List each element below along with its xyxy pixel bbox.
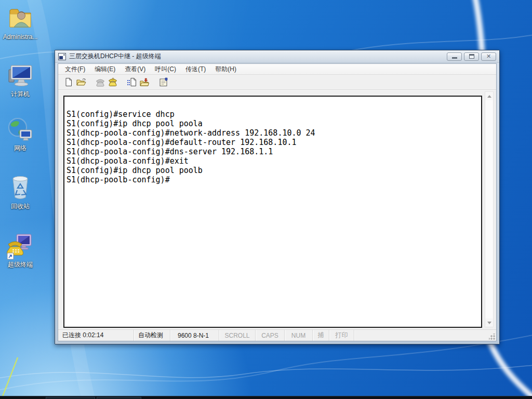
menu-transfer[interactable]: 传送(T) (181, 64, 210, 75)
desktop-icon-label: 网络 (1, 144, 40, 152)
terminal-screen[interactable]: S1(config)#service dhcp S1(config)#ip dh… (63, 96, 482, 328)
menu-view[interactable]: 查看(V) (120, 64, 150, 75)
network-globe-icon (7, 116, 34, 143)
desktop-icon-administrator[interactable]: Administra... (1, 4, 40, 41)
taskbar-button[interactable] (97, 397, 141, 399)
status-num: NUM (285, 330, 313, 341)
close-icon: ✕ (486, 54, 491, 59)
arrow-down-icon (487, 322, 491, 324)
new-connection-button[interactable] (62, 76, 75, 88)
window-title: 三层交换机DHCP中继 - 超级终端 (69, 52, 447, 61)
status-bar: 已连接 0:02:14 自动检测 9600 8-N-1 SCROLL CAPS … (58, 329, 496, 341)
desktop-icon-label: 回收站 (1, 203, 40, 210)
call-phone-icon (108, 77, 118, 87)
terminal-line: S1(config)#ip dhcp pool poola (66, 119, 479, 128)
menu-call[interactable]: 呼叫(C) (150, 64, 181, 75)
desktop-icon-label: 超级终端 (1, 261, 40, 268)
status-baud: 9600 8-N-1 (170, 330, 219, 341)
toolbar (58, 75, 496, 89)
disconnect-button[interactable] (94, 76, 107, 88)
scroll-down-button[interactable] (485, 318, 493, 327)
send-file-icon (127, 77, 137, 87)
status-emulation: 自动检测 (134, 330, 170, 341)
terminal-line: S1(dhcp-poola-config)#network-address 19… (66, 128, 479, 138)
hyperterminal-window: 三层交换机DHCP中继 - 超级终端 ✕ 文件(F) 编辑(E) 查看(V) 呼… (55, 50, 500, 344)
status-caps: CAPS (256, 330, 285, 341)
new-document-icon (64, 77, 73, 87)
administrator-folder-icon (7, 4, 34, 32)
status-print: 打印 (329, 330, 354, 341)
menu-edit[interactable]: 编辑(E) (90, 64, 120, 75)
status-connected: 已连接 0:02:14 (58, 330, 134, 341)
menu-help[interactable]: 帮助(H) (210, 64, 241, 75)
maximize-icon (469, 54, 474, 59)
terminal-line: S1(dhcp-poolb-config)# (66, 175, 479, 184)
send-file-button[interactable] (126, 76, 138, 88)
desktop-icon-hyperterminal[interactable]: 超级终端 (1, 232, 40, 268)
terminal-line: S1(dhcp-poola-config)#exit (66, 156, 479, 166)
terminal-line: S1(config)#ip dhcp pool poolb (66, 166, 479, 175)
desktop-icon-computer[interactable]: 计算机 (1, 62, 40, 98)
terminal-client-area: S1(config)#service dhcp S1(config)#ip dh… (58, 89, 496, 329)
desktop-icon-label: 计算机 (1, 90, 40, 98)
resize-grip[interactable] (489, 334, 495, 340)
terminal-line: S1(dhcp-poola-config)#dns-server 192.168… (66, 147, 479, 156)
computer-icon (7, 62, 34, 89)
receive-file-icon (139, 77, 150, 87)
terminal-line: S1(dhcp-poola-config)#default-router 192… (66, 138, 479, 147)
disconnect-phone-icon (95, 77, 105, 87)
maximize-button[interactable] (464, 52, 479, 61)
vertical-scrollbar[interactable] (485, 91, 494, 327)
receive-file-button[interactable] (138, 76, 151, 88)
open-connection-button[interactable] (75, 76, 87, 88)
menu-file[interactable]: 文件(F) (60, 64, 90, 75)
hyperterminal-icon (6, 232, 34, 260)
minimize-icon (452, 57, 457, 59)
taskbar[interactable] (0, 396, 532, 399)
properties-button[interactable] (157, 76, 170, 88)
terminal-line: S1(config)#service dhcp (66, 110, 479, 119)
title-bar[interactable]: 三层交换机DHCP中继 - 超级终端 ✕ (55, 50, 499, 63)
arrow-up-icon (487, 95, 491, 98)
close-button[interactable]: ✕ (481, 52, 496, 61)
status-scroll: SCROLL (219, 330, 256, 341)
desktop-icon-label: Administra... (1, 33, 40, 41)
desktop-icon-network[interactable]: 网络 (1, 116, 40, 152)
taskbar-button[interactable] (46, 397, 95, 399)
desktop-icon-recycle-bin[interactable]: 回收站 (1, 174, 40, 210)
properties-icon (158, 77, 169, 87)
window-app-icon (58, 53, 66, 60)
open-folder-icon (76, 77, 86, 87)
scroll-up-button[interactable] (485, 92, 493, 100)
minimize-button[interactable] (447, 52, 462, 61)
status-capture: 捕 (313, 330, 329, 341)
menu-bar: 文件(F) 编辑(E) 查看(V) 呼叫(C) 传送(T) 帮助(H) (58, 64, 496, 75)
call-button[interactable] (107, 76, 119, 88)
recycle-bin-icon (7, 174, 34, 202)
